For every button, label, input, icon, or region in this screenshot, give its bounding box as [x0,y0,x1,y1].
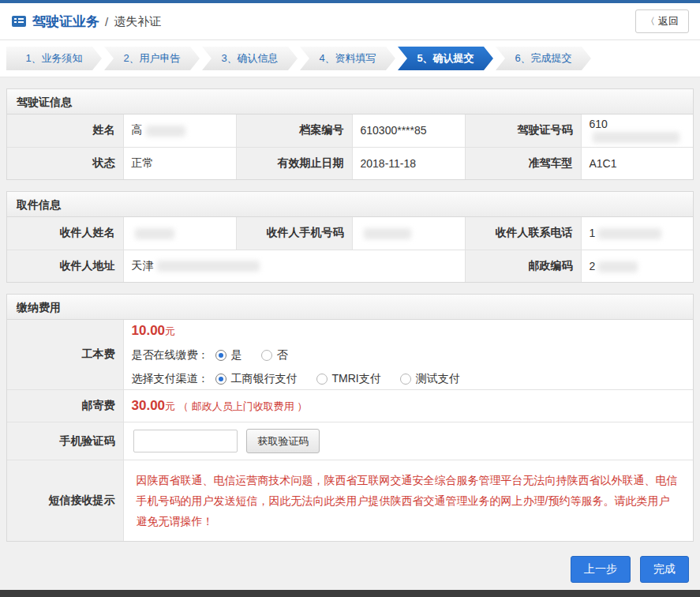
recipient-mobile-label: 收件人手机号码 [236,217,352,250]
license-info-section: 驾驶证信息 姓名 高 档案编号 610300****85 驾驶证号码 610 状… [6,88,694,180]
masked-text [146,126,185,137]
license-number-label: 驾驶证号码 [465,115,581,147]
step-1-business-notice[interactable]: 1、业务须知 [6,47,102,70]
postage-fee-note: （ 邮政人员上门收取费用 ） [178,400,307,412]
recipient-mobile-value [352,217,465,250]
radio-online-pay-no[interactable]: 否 [261,348,288,362]
pickup-section-title: 取件信息 [7,192,693,217]
recipient-phone-label: 收件人联系电话 [465,217,581,250]
name-text: 高 [132,123,143,136]
postage-fee-cell: 30.00元（ 邮政人员上门收取费用 ） [123,390,693,422]
breadcrumb: 驾驶证业务 / 遗失补证 [11,13,161,31]
radio-label: 是 [231,348,242,362]
zip-code-label: 邮政编码 [465,250,581,282]
radio-channel-icbc[interactable]: 工商银行支付 [215,372,298,386]
back-button-label: 返回 [658,14,679,28]
step-5-confirm-submit[interactable]: 5、确认提交 [398,47,493,70]
step-label: 5、确认提交 [417,52,474,64]
table-row: 状态 正常 有效期止日期 2018-11-18 准驾车型 A1C1 [7,147,693,179]
sms-tip-text: 因陕西省联通、电信运营商技术问题，陕西省互联网交通安全综合服务管理平台无法向持陕… [133,465,684,536]
table-row: 手机验证码 获取验证码 [7,422,693,460]
radio-unchecked-icon [400,374,411,385]
sms-code-label: 手机验证码 [7,422,123,460]
step-2-user-declaration[interactable]: 2、用户申告 [104,47,200,70]
previous-step-button[interactable]: 上一步 [571,556,631,583]
step-label: 3、确认信息 [221,52,278,64]
work-fee-cell: 10.00元 是否在线缴费： 是 否 选择支付渠道： [123,320,693,390]
online-pay-question: 是否在线缴费： [132,348,209,362]
masked-text [593,132,679,143]
sms-code-input[interactable] [133,430,238,452]
currency-unit: 元 [165,400,175,412]
zip-code-text: 2 [590,260,596,272]
recipient-name-label: 收件人姓名 [7,217,123,250]
recipient-phone-value: 1 [581,217,693,250]
currency-unit: 元 [165,325,175,337]
breadcrumb-current: 遗失补证 [114,14,161,29]
online-pay-row: 是否在线缴费： 是 否 [132,348,686,362]
page-title: 驾驶证业务 [32,13,99,31]
step-navigation: 1、业务须知 2、用户申告 3、确认信息 4、资料填写 5、确认提交 6、完成提… [0,40,700,77]
pickup-info-section: 取件信息 收件人姓名 收件人手机号码 收件人联系电话 1 收件人地址 天津 邮政… [6,191,694,283]
postage-fee-amount: 30.00 [132,398,166,413]
radio-label: 测试支付 [416,372,460,386]
recipient-address-label: 收件人地址 [7,250,123,282]
radio-checked-icon [215,350,226,361]
license-section-title: 驾驶证信息 [7,89,693,115]
masked-text [135,228,174,239]
masked-text [598,228,661,239]
name-label: 姓名 [7,115,123,147]
step-label: 6、完成提交 [515,52,571,64]
license-business-icon [11,15,27,28]
back-button[interactable]: 〈 返回 [635,9,689,33]
status-label: 状态 [7,147,123,179]
status-value: 正常 [123,147,236,179]
payment-table: 工本费 10.00元 是否在线缴费： 是 否 选 [7,320,693,541]
radio-channel-tmri[interactable]: TMRI支付 [316,372,381,386]
masked-text [598,261,638,272]
vehicle-class-label: 准驾车型 [465,147,581,179]
pay-channel-row: 选择支付渠道： 工商银行支付 TMRI支付 测试支付 [132,372,686,386]
postage-fee-label: 邮寄费 [7,390,123,422]
radio-online-pay-yes[interactable]: 是 [215,348,242,362]
table-row: 邮寄费 30.00元（ 邮政人员上门收取费用 ） [7,390,693,422]
back-chevron-icon: 〈 [646,15,655,28]
sms-tip-cell: 因陕西省联通、电信运营商技术问题，陕西省互联网交通安全综合服务管理平台无法向持陕… [123,460,693,542]
work-fee-label: 工本费 [7,320,123,390]
step-label: 2、用户申告 [123,52,180,64]
file-number-value: 610300****85 [352,115,465,147]
table-row: 收件人地址 天津 邮政编码 2 [7,250,693,282]
radio-label: 工商银行支付 [231,372,298,386]
vehicle-class-value: A1C1 [581,147,693,179]
form-actions: 上一步 完成 [11,556,689,583]
radio-channel-test[interactable]: 测试支付 [400,372,460,386]
step-label: 4、资料填写 [319,52,376,64]
expiry-label: 有效期止日期 [236,147,352,179]
work-fee-amount: 10.00 [132,323,166,338]
get-sms-code-button[interactable]: 获取验证码 [246,429,320,453]
step-6-complete-submit[interactable]: 6、完成提交 [496,47,591,70]
step-3-confirm-info[interactable]: 3、确认信息 [202,47,298,70]
radio-label: 否 [277,348,288,362]
finish-button[interactable]: 完成 [640,556,689,583]
table-row: 收件人姓名 收件人手机号码 收件人联系电话 1 [7,217,693,250]
pickup-info-table: 收件人姓名 收件人手机号码 收件人联系电话 1 收件人地址 天津 邮政编码 2 [7,217,693,282]
recipient-address-text: 天津 [132,259,154,272]
license-number-text: 610 [590,118,608,130]
license-info-table: 姓名 高 档案编号 610300****85 驾驶证号码 610 状态 正常 有… [7,115,693,179]
recipient-address-value: 天津 [123,250,465,282]
radio-checked-icon [215,374,226,385]
breadcrumb-separator: / [105,15,108,28]
masked-text [364,228,411,239]
zip-code-value: 2 [581,250,693,282]
pay-channel-question: 选择支付渠道： [132,372,209,386]
expiry-value: 2018-11-18 [352,147,465,179]
header: 驾驶证业务 / 遗失补证 〈 返回 [0,3,700,40]
recipient-name-value [123,217,236,250]
table-row: 姓名 高 档案编号 610300****85 驾驶证号码 610 [7,115,693,147]
recipient-phone-text: 1 [590,227,596,239]
step-4-fill-data[interactable]: 4、资料填写 [300,47,395,70]
radio-label: TMRI支付 [332,372,381,386]
license-number-value: 610 [581,115,693,147]
footer-bar [0,590,700,597]
